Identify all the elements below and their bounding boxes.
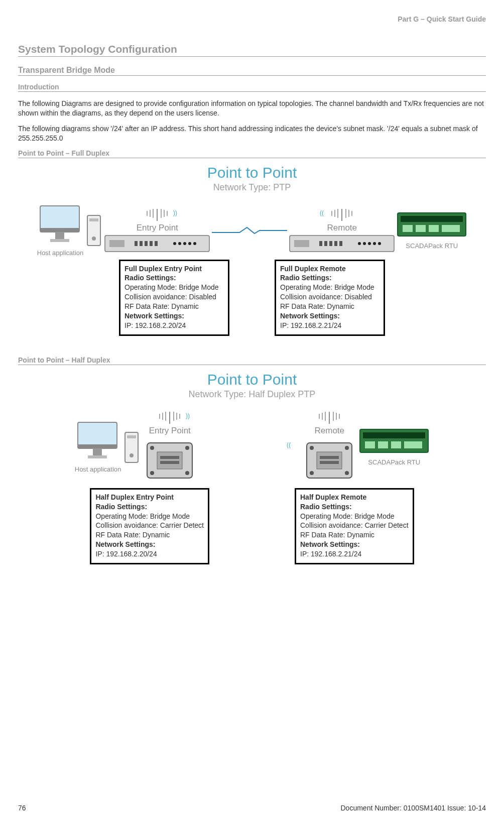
intro-paragraph-2: The following diagrams show '/24' after … [18,124,486,143]
svg-text:)): )) [173,209,177,216]
svg-rect-94 [365,441,375,448]
intro-paragraph-1: The following Diagrams are designed to p… [18,99,486,118]
config-line: Operating Mode: Bridge Mode [300,512,409,521]
entry-point-label: Entry Point [137,223,178,233]
svg-rect-93 [363,432,425,438]
config-ip: IP: 192.168.2.20/24 [95,549,204,559]
svg-rect-75 [160,461,179,464]
svg-point-22 [173,242,176,245]
svg-point-71 [150,471,154,475]
host-application-device: Host application [75,418,121,473]
entry-point-label: Entry Point [149,426,191,436]
page-header: Part G – Quick Start Guide [18,15,486,23]
remote-label: Remote [327,223,357,233]
svg-rect-19 [145,241,148,246]
wireless-gap-icon: (( [199,440,300,452]
svg-rect-5 [89,218,98,221]
svg-rect-39 [329,241,332,246]
svg-point-23 [178,242,181,245]
svg-point-69 [150,446,154,450]
config-line: Collision avoidance: Disabled [124,292,224,302]
svg-rect-54 [78,444,117,448]
svg-point-88 [345,471,349,475]
svg-point-42 [358,242,361,245]
monitor-icon [38,202,83,247]
svg-point-86 [345,446,349,450]
remote-label: Remote [314,426,344,436]
antenna-icon: )) [132,206,182,223]
svg-rect-48 [401,216,463,222]
svg-rect-58 [127,435,136,438]
entry-point-config-box: Full Duplex Entry Point Radio Settings: … [119,260,229,336]
svg-point-59 [130,453,134,457]
svg-text:((: (( [287,441,291,448]
svg-rect-52 [442,225,460,232]
svg-text:)): )) [186,412,190,419]
entry-point-device: )) Entry Point [142,409,197,483]
remote-device: (( Remote [289,206,395,252]
page-footer: 76 Document Number: 0100SM1401 Issue: 10… [18,804,486,812]
config-line: RF Data Rate: Dynamic [124,302,224,311]
antenna-icon: (( [317,206,367,223]
svg-rect-17 [135,241,138,246]
radio-box-icon [142,438,197,483]
svg-rect-20 [150,241,153,246]
config-line: Collision avoidance: Carrier Detect [300,521,409,530]
remote-config-box: Full Duplex Remote Radio Settings: Opera… [275,260,385,336]
config-line: RF Data Rate: Dynamic [300,530,409,540]
svg-point-72 [185,471,189,475]
remote-config-box: Half Duplex Remote Radio Settings: Opera… [295,488,414,564]
svg-rect-3 [50,239,69,242]
svg-rect-50 [416,225,426,232]
svg-rect-95 [378,441,388,448]
radio-settings-header: Radio Settings: [300,502,409,512]
svg-point-70 [185,446,189,450]
config-line: Operating Mode: Bridge Mode [95,512,204,521]
radio-settings-header: Radio Settings: [95,502,204,512]
config-title: Half Duplex Entry Point [95,493,204,502]
config-line: Operating Mode: Bridge Mode [124,283,224,292]
radio-box-icon [302,438,357,483]
config-line: RF Data Rate: Dynamic [280,302,380,311]
host-label: Host application [37,249,84,257]
svg-point-46 [378,242,381,245]
diagram2-config-row: Half Duplex Entry Point Radio Settings: … [18,488,486,564]
heading-ptp-half-duplex: Point to Point – Half Duplex [18,356,486,365]
svg-point-43 [363,242,366,245]
svg-point-87 [310,471,314,475]
diagram1-row: Host application )) Entry Point [18,202,486,257]
heading-introduction: Introduction [18,83,486,92]
monitor-icon [75,418,120,463]
diagram1-config-row: Full Duplex Entry Point Radio Settings: … [18,260,486,336]
svg-rect-38 [324,241,327,246]
svg-point-25 [188,242,191,245]
config-ip: IP: 192.168.2.21/24 [300,549,409,559]
rtu-label: SCADAPack RTU [406,242,458,250]
entry-point-config-box: Half Duplex Entry Point Radio Settings: … [90,488,209,564]
svg-rect-49 [403,225,413,232]
svg-rect-55 [93,448,102,455]
svg-point-85 [310,446,314,450]
diagram1-title: Point to Point [18,164,486,181]
config-ip: IP: 192.168.2.20/24 [124,321,224,330]
radio-settings-header: Radio Settings: [124,273,224,283]
heading-transparent-bridge: Transparent Bridge Mode [18,66,486,76]
svg-rect-91 [320,461,339,464]
svg-rect-96 [391,441,401,448]
config-ip: IP: 192.168.2.21/24 [280,321,380,330]
host-application-device: Host application [37,202,84,257]
config-line: Collision avoidance: Disabled [280,292,380,302]
document-number: Document Number: 0100SM1401 Issue: 10-14 [341,804,486,812]
config-line: RF Data Rate: Dynamic [95,530,204,540]
svg-text:((: (( [320,209,324,216]
config-line: Operating Mode: Bridge Mode [280,283,380,292]
rtu-label: SCADAPack RTU [368,458,420,466]
wireless-link-icon [212,225,287,232]
antenna-icon [304,409,354,426]
page-number: 76 [18,804,26,812]
svg-point-6 [92,237,96,241]
svg-rect-41 [339,241,342,246]
svg-rect-1 [40,228,79,232]
radio-rack-icon [104,235,210,252]
rtu-icon [359,425,429,456]
